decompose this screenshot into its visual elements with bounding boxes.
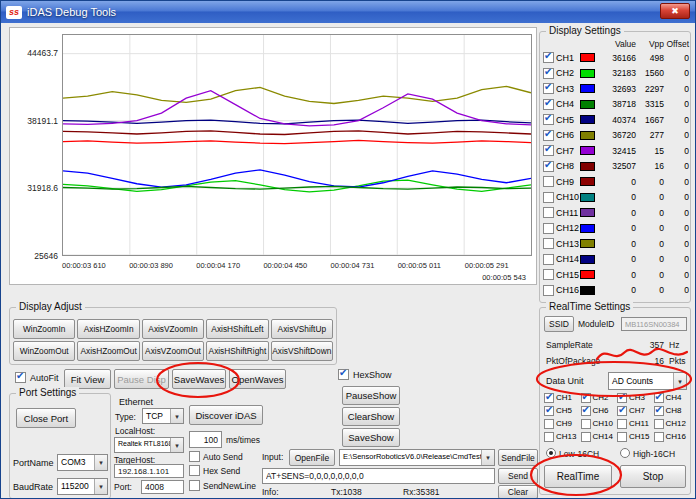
- rt-channel-ch6[interactable]: CH6: [581, 405, 618, 416]
- rt-channel-ch2[interactable]: CH2: [581, 392, 618, 403]
- channel-color-swatch[interactable]: [580, 115, 595, 124]
- clear-button[interactable]: Clear: [498, 485, 538, 499]
- open-file-button[interactable]: OpenFile: [289, 449, 335, 466]
- rt-channel-ch9[interactable]: CH9: [544, 418, 581, 429]
- adjust-button-axisvzoomout[interactable]: AxisVZoomOut: [142, 341, 204, 361]
- clear-show-button[interactable]: ClearShow: [342, 407, 400, 426]
- channel-checkbox-ch9[interactable]: [543, 176, 554, 187]
- save-waves-button[interactable]: SaveWaves: [172, 369, 226, 389]
- autofit-checkbox[interactable]: [15, 372, 26, 383]
- realtime-button[interactable]: RealTime: [544, 465, 612, 488]
- channel-color-swatch[interactable]: [580, 239, 595, 248]
- adjust-button-winzoomin[interactable]: WinZoomIn: [13, 319, 75, 339]
- rt-channel-checkbox[interactable]: [654, 393, 664, 403]
- send-button[interactable]: Send: [498, 468, 538, 484]
- stop-button[interactable]: Stop: [620, 465, 686, 488]
- ethernet-port-field[interactable]: [141, 480, 184, 494]
- channel-color-swatch[interactable]: [580, 224, 595, 233]
- channel-checkbox-ch6[interactable]: [543, 130, 554, 141]
- rt-channel-ch1[interactable]: CH1: [544, 392, 581, 403]
- rt-channel-checkbox[interactable]: [544, 406, 554, 416]
- channel-checkbox-ch2[interactable]: [543, 68, 554, 79]
- pause-show-button[interactable]: PauseShow: [342, 386, 400, 405]
- rt-channel-ch13[interactable]: CH13: [544, 431, 581, 442]
- channel-checkbox-ch11[interactable]: [543, 207, 554, 218]
- rt-channel-checkbox[interactable]: [544, 432, 554, 442]
- title-bar[interactable]: ss iDAS Debug Tools ✖: [1, 1, 695, 23]
- adjust-button-axisvzoomin[interactable]: AxisVZoomIn: [142, 319, 204, 339]
- rt-channel-ch5[interactable]: CH5: [544, 405, 581, 416]
- rt-channel-checkbox[interactable]: [581, 393, 591, 403]
- rt-channel-ch4[interactable]: CH4: [654, 392, 691, 403]
- file-path-combo[interactable]: E:\SensorRoboticsV6.0\Release\CmdTest.tx…: [339, 449, 495, 466]
- channel-color-swatch[interactable]: [580, 69, 595, 78]
- rt-channel-checkbox[interactable]: [654, 406, 664, 416]
- send-newline-checkbox[interactable]: [189, 480, 200, 491]
- channel-checkbox-ch16[interactable]: [543, 285, 554, 296]
- rt-channel-ch8[interactable]: CH8: [654, 405, 691, 416]
- dropdown-arrow-icon[interactable]: ▾: [94, 455, 107, 470]
- dropdown-arrow-icon[interactable]: ▾: [170, 409, 183, 423]
- channel-checkbox-ch4[interactable]: [543, 99, 554, 110]
- baudrate-combo[interactable]: 115200 ▾: [57, 478, 108, 495]
- discover-idas-button[interactable]: Discover iDAS: [189, 405, 263, 425]
- ethernet-type-combo[interactable]: TCP ▾: [142, 408, 184, 424]
- rt-channel-checkbox[interactable]: [581, 419, 591, 429]
- channel-checkbox-ch15[interactable]: [543, 269, 554, 280]
- close-button[interactable]: ✖: [660, 3, 690, 19]
- interval-field[interactable]: [189, 431, 222, 448]
- hexshow-checkbox[interactable]: [338, 369, 349, 380]
- command-field[interactable]: [262, 468, 495, 484]
- rt-channel-ch3[interactable]: CH3: [617, 392, 654, 403]
- channel-checkbox-ch14[interactable]: [543, 254, 554, 265]
- channel-color-swatch[interactable]: [580, 100, 595, 109]
- rt-channel-ch11[interactable]: CH11: [617, 418, 654, 429]
- channel-color-swatch[interactable]: [580, 193, 595, 202]
- rt-channel-checkbox[interactable]: [617, 419, 627, 429]
- rt-channel-ch12[interactable]: CH12: [654, 418, 691, 429]
- rt-channel-checkbox[interactable]: [581, 406, 591, 416]
- moduleid-field[interactable]: [621, 317, 687, 331]
- rt-channel-checkbox[interactable]: [654, 419, 664, 429]
- rt-channel-checkbox[interactable]: [617, 393, 627, 403]
- dropdown-arrow-icon[interactable]: ▾: [673, 373, 686, 389]
- rt-channel-ch14[interactable]: CH14: [581, 431, 618, 442]
- adjust-button-axisvshiftdown[interactable]: AxisVShiftDown: [271, 341, 333, 361]
- pause-disp-button[interactable]: Pause Disp: [114, 369, 169, 389]
- channel-color-swatch[interactable]: [580, 53, 595, 62]
- channel-color-swatch[interactable]: [580, 131, 595, 140]
- dropdown-arrow-icon[interactable]: ▾: [94, 479, 107, 494]
- channel-checkbox-ch3[interactable]: [543, 83, 554, 94]
- save-show-button[interactable]: SaveShow: [342, 428, 400, 447]
- adjust-button-axisvshiftup[interactable]: AxisVShiftUp: [271, 319, 333, 339]
- dropdown-arrow-icon[interactable]: ▾: [170, 438, 183, 452]
- portname-combo[interactable]: COM3 ▾: [57, 454, 108, 471]
- adjust-button-axishshiftright[interactable]: AxisHShiftRight: [206, 341, 268, 361]
- rt-channel-checkbox[interactable]: [617, 432, 627, 442]
- adjust-button-winzoomout[interactable]: WinZoomOut: [13, 341, 75, 361]
- hex-send-checkbox[interactable]: [189, 465, 200, 476]
- data-unit-combo[interactable]: AD Counts ▾: [608, 372, 687, 390]
- rt-channel-checkbox[interactable]: [617, 406, 627, 416]
- send-file-button[interactable]: SendFile: [498, 449, 538, 466]
- channel-color-swatch[interactable]: [580, 286, 595, 295]
- ssid-button[interactable]: SSID: [544, 316, 574, 332]
- channel-color-swatch[interactable]: [580, 270, 595, 279]
- channel-checkbox-ch1[interactable]: [543, 52, 554, 63]
- localhost-combo[interactable]: Realtek RTL8168 ▾: [114, 437, 184, 453]
- rt-channel-ch7[interactable]: CH7: [617, 405, 654, 416]
- rt-channel-ch10[interactable]: CH10: [581, 418, 618, 429]
- rt-channel-checkbox[interactable]: [544, 419, 554, 429]
- high-16ch-radio[interactable]: [620, 448, 630, 458]
- close-port-button[interactable]: Close Port: [16, 408, 76, 428]
- adjust-button-axishshiftleft[interactable]: AxisHShiftLeft: [206, 319, 268, 339]
- channel-checkbox-ch7[interactable]: [543, 145, 554, 156]
- channel-color-swatch[interactable]: [580, 255, 595, 264]
- channel-checkbox-ch5[interactable]: [543, 114, 554, 125]
- fit-view-button[interactable]: Fit View: [64, 369, 111, 389]
- channel-color-swatch[interactable]: [580, 84, 595, 93]
- rt-channel-ch15[interactable]: CH15: [617, 431, 654, 442]
- adjust-button-axishzoomout[interactable]: AxisHZoomOut: [77, 341, 139, 361]
- channel-color-swatch[interactable]: [580, 208, 595, 217]
- waveform-chart[interactable]: 44463.738191.131918.625646 00:00:03 6100…: [9, 27, 537, 285]
